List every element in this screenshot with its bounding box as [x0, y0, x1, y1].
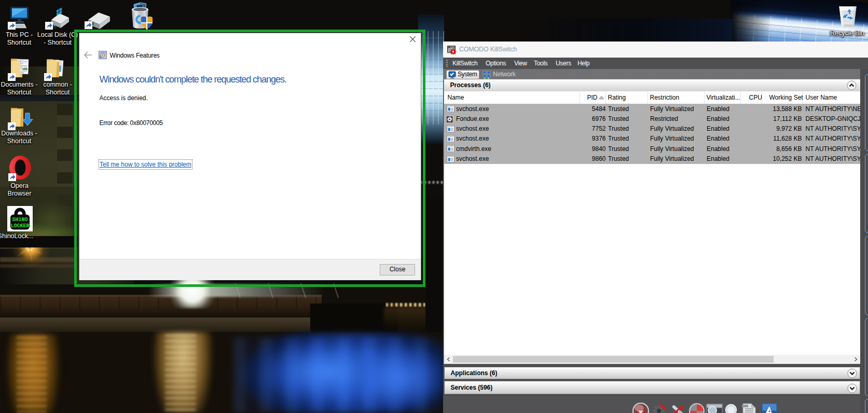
svg-text:SHiNO: SHiNO — [12, 217, 27, 223]
svg-text:LOCKER: LOCKER — [10, 223, 29, 229]
